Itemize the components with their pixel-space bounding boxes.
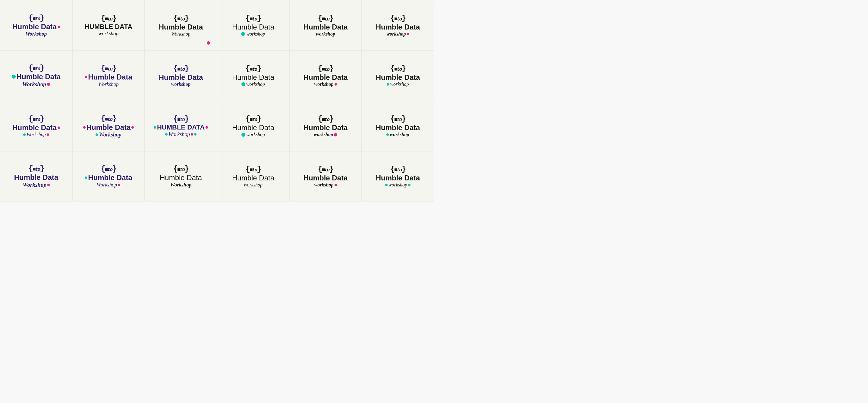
logo-main-12: Humble Data (376, 73, 420, 81)
logo-sub-13: Workshop (27, 132, 45, 137)
logo-cell-11: {■to} Humble Data workshop (289, 50, 362, 101)
dot-pink-1 (58, 26, 60, 28)
logo-main-1: Humble Data (12, 23, 57, 31)
dot-pink-main-15 (206, 126, 208, 129)
dot-teal-16 (241, 133, 245, 137)
logo-sub-19: Workshop (23, 181, 46, 188)
logo-sub-9: workshop (171, 81, 190, 87)
dot-teal-before-20 (85, 176, 87, 179)
logo-main-9: Humble Data (159, 73, 203, 81)
dot-teal-sub-14 (96, 133, 98, 136)
logo-sub-2: workshop (98, 31, 119, 37)
dot-pink-17 (334, 133, 337, 136)
logo-sub-20: Workshop (97, 182, 117, 188)
logo-icon-16: {■to} (245, 114, 261, 124)
dot-pink-20 (118, 184, 120, 186)
logo-cell-6: {■to} Humble Data workshop (362, 0, 434, 50)
logo-grid: {■to} Humble Data Workshop {■to} Humble … (0, 0, 434, 201)
logo-main-2: Humble Data (85, 23, 132, 31)
logo-main-13: Humble Data (12, 124, 57, 132)
dot-teal-10 (241, 82, 245, 86)
logo-main-7: Humble Data (17, 73, 61, 81)
logo-cell-9: {■to} Humble Data workshop (145, 50, 217, 101)
logo-icon-12: {■to} (390, 64, 405, 73)
logo-icon-4: {■to} (245, 14, 261, 23)
logo-cell-7: {■to} Humble Data Workshop (0, 50, 72, 101)
dot-pink-main-13 (58, 127, 60, 129)
logo-cell-12: {■to} Humble Data workshop (362, 50, 434, 101)
logo-cell-8: {■to} Humble Data Workshop (72, 50, 145, 101)
dot-teal-24 (408, 184, 410, 186)
dot-pink-main-14 (131, 126, 134, 129)
dot-teal-12 (387, 83, 389, 86)
logo-icon-18: {■to} (390, 114, 405, 124)
logo-main-20: Humble Data (88, 173, 132, 182)
dot-teal-4 (241, 32, 245, 36)
dot-teal-sub2-15 (194, 133, 196, 136)
logo-icon-14: {■to} (101, 114, 116, 123)
logo-main-3: Humble Data (159, 23, 203, 31)
logo-sub-6: workshop (386, 31, 406, 37)
dot-pink-7 (47, 83, 50, 86)
logo-sub-21: Workshop (170, 182, 192, 188)
logo-icon-17: {■to} (318, 114, 333, 124)
logo-icon-1: {■to} (28, 13, 44, 23)
logo-sub-24: workshop (389, 182, 407, 188)
dot-pink-19 (47, 184, 50, 186)
logo-sub-15: Workshop (168, 131, 190, 138)
logo-main-5: Humble Data (304, 23, 348, 31)
logo-icon-7: {■to} (28, 64, 44, 73)
logo-main-17: Humble Data (304, 124, 348, 132)
logo-main-14: Humble Data (87, 123, 131, 132)
logo-sub-22: workshop (244, 182, 262, 188)
logo-icon-13: {■to} (28, 114, 44, 124)
logo-cell-24: {■to} Humble Data workshop (362, 151, 434, 201)
logo-cell-22: {■to} Humble Data workshop (217, 151, 289, 201)
logo-sub-17: workshop (314, 132, 333, 137)
logo-main-6: Humble Data (376, 23, 420, 31)
logo-main-22: Humble Data (232, 174, 274, 182)
logo-sub-5: workshop (316, 31, 335, 37)
logo-main-21: Humble Data (160, 173, 202, 182)
logo-sub-4: workshop (246, 31, 265, 37)
logo-main-10: Humble Data (232, 73, 274, 81)
dot-teal-18 (386, 133, 389, 136)
logo-icon-2: {■to} (101, 14, 116, 23)
logo-cell-4: {■to} Humble Data workshop (217, 0, 289, 50)
dot-teal-sub-15 (165, 133, 167, 136)
logo-icon-23: {■to} (318, 165, 333, 174)
logo-cell-21: {■to} Humble Data Workshop (145, 151, 217, 201)
logo-icon-24: {■to} (390, 165, 405, 174)
logo-sub-3: Workshop (171, 31, 190, 37)
logo-main-11: Humble Data (304, 73, 348, 81)
logo-sub-16: workshop (246, 132, 265, 137)
logo-cell-5: {■to} Humble Data workshop (289, 0, 362, 50)
logo-icon-5: {■to} (318, 14, 333, 23)
logo-icon-8: {■to} (101, 64, 116, 73)
logo-sub-7: Workshop (22, 81, 46, 88)
logo-icon-21: {■to} (173, 164, 188, 173)
dot-float-3 (207, 41, 210, 44)
dot-pink-23 (335, 184, 337, 186)
logo-main-16: Humble Data (232, 124, 274, 132)
dot-teal-7 (12, 75, 16, 78)
logo-sub-18: workshop (390, 132, 409, 137)
logo-icon-6: {■to} (390, 14, 405, 23)
logo-main-18: Humble Data (376, 124, 420, 132)
dot-teal-before-15 (154, 126, 156, 129)
dot-pink-sub-13 (47, 133, 49, 136)
logo-cell-19: {■to} Humble Data Workshop (0, 151, 72, 201)
dot-teal-before-24 (385, 184, 388, 186)
logo-main-19: Humble Data (14, 173, 59, 181)
logo-icon-11: {■to} (318, 64, 333, 73)
logo-main-23: Humble Data (304, 174, 348, 182)
dot-teal-sub-13 (23, 133, 26, 136)
logo-icon-9: {■to} (173, 64, 188, 73)
logo-main-4: Humble Data (232, 23, 274, 31)
logo-cell-3: {■to} Humble Data Workshop (145, 0, 217, 50)
logo-sub-12: workshop (390, 81, 409, 87)
logo-icon-15: {■to} (173, 114, 188, 124)
logo-cell-13: {■to} Humble Data Workshop (0, 101, 72, 151)
logo-cell-20: {■to} Humble Data Workshop (72, 151, 145, 201)
dot-pink-11 (335, 83, 337, 86)
